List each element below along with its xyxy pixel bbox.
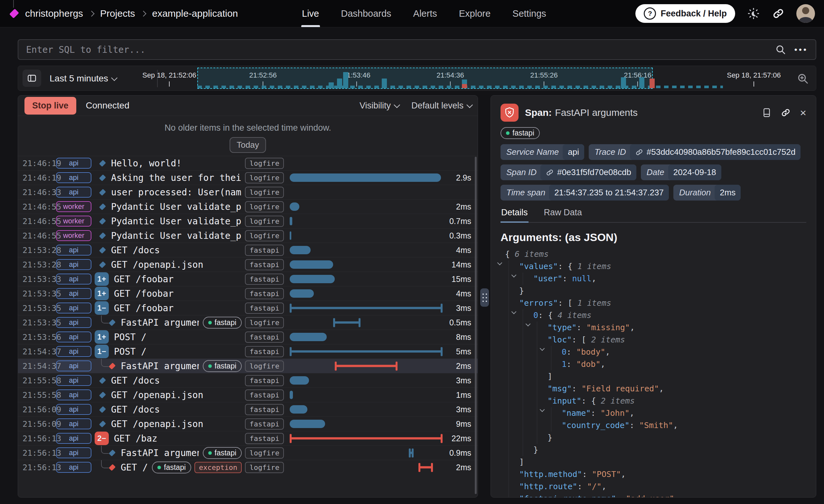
fastapi-tag-pill[interactable]: fastapi	[203, 317, 242, 329]
expand-collapse-chip[interactable]: 1+	[95, 272, 109, 286]
fastapi-tag-pill[interactable]: fastapi	[152, 462, 191, 474]
tag-fastapi[interactable]: fastapi	[245, 346, 284, 357]
trace-row[interactable]: 21:55:58apiGET /docsfastapi3ms	[18, 373, 478, 388]
expand-collapse-chip[interactable]: 1−	[95, 345, 109, 358]
tag-fastapi[interactable]: fastapi	[245, 389, 284, 401]
trace-row[interactable]: 21:53:56api1+POST /fastapi8ms	[18, 329, 478, 344]
tag-logfire[interactable]: logfire	[245, 462, 284, 473]
search-icon[interactable]	[775, 44, 786, 55]
tag-fastapi[interactable]: fastapi	[245, 375, 284, 386]
tag-logfire[interactable]: logfire	[245, 187, 284, 198]
tag-logfire[interactable]: logfire	[245, 230, 284, 241]
expand-collapse-chip[interactable]: 1+	[95, 330, 109, 344]
meta-chip-date[interactable]: Date2024-09-18	[641, 165, 721, 180]
tab-explore[interactable]: Explore	[459, 0, 491, 27]
trace-row[interactable]: 21:56:13api2−GET /bazfastapi22ms	[18, 431, 478, 445]
tag-fastapi[interactable]: fastapi	[245, 433, 284, 444]
trace-row[interactable]: 21:53:28apiGET /docsfastapi4ms	[18, 243, 478, 257]
trace-list-scrollbar[interactable]	[475, 157, 477, 494]
tag-fastapi[interactable]: fastapi	[245, 303, 284, 314]
tab-dashboards[interactable]: Dashboards	[341, 0, 391, 27]
trace-row[interactable]: 21:53:35apiFastAPI argumentsfastapilogfi…	[18, 315, 478, 329]
meta-chip-duration[interactable]: Duration2ms	[674, 185, 741, 201]
service-badge-api[interactable]: api	[56, 259, 91, 270]
tag-fastapi[interactable]: fastapi	[245, 404, 284, 415]
service-badge-api[interactable]: api	[56, 158, 91, 169]
service-badge-worker[interactable]: worker	[56, 230, 91, 241]
trace-row[interactable]: 21:46:55workerPydantic User validate_pyt…	[18, 199, 478, 214]
service-badge-worker[interactable]: worker	[56, 201, 91, 212]
tab-alerts[interactable]: Alerts	[413, 0, 437, 27]
meta-chip-time-span[interactable]: Time span21:54:37.235 to 21:54:37.237	[501, 185, 669, 201]
fastapi-tag-pill[interactable]: fastapi	[203, 447, 242, 459]
link-icon[interactable]	[545, 168, 554, 177]
default-levels-dropdown[interactable]: Default levels	[411, 101, 471, 111]
meta-chip-service-name[interactable]: Service Nameapi	[501, 144, 584, 160]
meta-chip-trace-id[interactable]: Trace ID#53ddc40980a86b57bfe89c1cc01c752…	[589, 144, 801, 160]
breadcrumb-project[interactable]: example-application	[152, 8, 238, 19]
tag-fastapi[interactable]: fastapi	[245, 244, 284, 256]
trace-row[interactable]: 21:53:28apiGET /openapi.jsonfastapi14ms	[18, 257, 478, 272]
meta-chip-span-id[interactable]: Span ID#0e31f5fd70e08cdb	[501, 165, 636, 180]
tag-exception[interactable]: exception	[194, 462, 242, 473]
theme-toggle-icon[interactable]	[747, 7, 760, 20]
tag-fastapi[interactable]: fastapi	[245, 418, 284, 430]
trace-row[interactable]: 21:56:13apiFastAPI argumentsfastapilogfi…	[18, 445, 478, 460]
share-link-icon[interactable]	[772, 7, 785, 20]
more-options-icon[interactable]: •••	[794, 45, 808, 55]
service-badge-api[interactable]: api	[56, 187, 91, 198]
trace-row[interactable]: 21:53:33api1+GET /foobarfastapi15ms	[18, 272, 478, 286]
service-badge-api[interactable]: api	[56, 389, 91, 400]
breadcrumb-org[interactable]: christophergs	[25, 8, 83, 19]
close-icon[interactable]: ×	[800, 107, 806, 118]
breadcrumb-projects[interactable]: Projects	[100, 8, 135, 19]
trace-row[interactable]: 21:56:09apiGET /docsfastapi3ms	[18, 402, 478, 416]
tab-live[interactable]: Live	[302, 0, 319, 27]
tag-logfire[interactable]: logfire	[245, 361, 284, 372]
trace-row[interactable]: 21:46:19apiHello, world!logfire	[18, 156, 478, 170]
today-button[interactable]: Today	[229, 137, 266, 153]
feedback-help-button[interactable]: ? Feedback / Help	[635, 4, 735, 23]
copy-link-icon[interactable]	[781, 107, 791, 118]
service-badge-worker[interactable]: worker	[56, 216, 91, 226]
panel-resize-handle[interactable]	[480, 288, 489, 307]
tag-logfire[interactable]: logfire	[245, 158, 284, 169]
service-badge-api[interactable]: api	[56, 303, 91, 313]
tag-logfire[interactable]: logfire	[245, 201, 284, 212]
service-badge-api[interactable]: api	[56, 172, 91, 183]
trace-row[interactable]: 21:46:55workerPydantic User validate_pyt…	[18, 228, 478, 243]
logfire-logo-icon[interactable]	[9, 9, 19, 18]
tag-logfire[interactable]: logfire	[245, 447, 284, 459]
service-badge-api[interactable]: api	[56, 375, 91, 386]
trace-row[interactable]: 21:54:37apiFastAPI argumentsfastapilogfi…	[18, 359, 478, 373]
service-badge-api[interactable]: api	[56, 404, 91, 415]
sql-filter-input[interactable]	[18, 44, 775, 55]
service-badge-api[interactable]: api	[56, 244, 91, 256]
service-badge-api[interactable]: api	[56, 462, 91, 473]
expand-collapse-chip[interactable]: 1−	[95, 301, 109, 315]
service-badge-api[interactable]: api	[56, 317, 91, 328]
zoom-in-icon[interactable]	[797, 73, 809, 85]
fastapi-tag-pill[interactable]: fastapi	[501, 127, 540, 139]
user-avatar[interactable]	[796, 4, 815, 23]
expand-collapse-chip[interactable]: 2−	[95, 431, 109, 445]
stop-live-button[interactable]: Stop live	[24, 97, 76, 115]
trace-row[interactable]: 21:46:19apiAsking the user for their bir…	[18, 170, 478, 185]
service-badge-api[interactable]: api	[56, 418, 91, 429]
trace-row[interactable]: 21:53:35api1−GET /foobarfastapi3ms	[18, 301, 478, 315]
tag-fastapi[interactable]: fastapi	[245, 288, 284, 299]
tag-fastapi[interactable]: fastapi	[245, 274, 284, 285]
service-badge-api[interactable]: api	[56, 447, 91, 458]
service-badge-api[interactable]: api	[56, 433, 91, 444]
service-badge-api[interactable]: api	[56, 274, 91, 285]
trace-row[interactable]: 21:56:09apiGET /openapi.jsonfastapi9ms	[18, 416, 478, 431]
visibility-dropdown[interactable]: Visibility	[359, 101, 399, 111]
split-view-icon[interactable]	[762, 107, 771, 118]
expand-collapse-chip[interactable]: 1+	[95, 287, 109, 300]
tag-fastapi[interactable]: fastapi	[245, 331, 284, 343]
service-badge-api[interactable]: api	[56, 361, 91, 372]
trace-row[interactable]: 21:46:33apiuser processed: User(name='An…	[18, 185, 478, 199]
fastapi-tag-pill[interactable]: fastapi	[203, 360, 242, 372]
tag-logfire[interactable]: logfire	[245, 317, 284, 328]
trace-row[interactable]: 21:55:58apiGET /openapi.jsonfastapi1ms	[18, 388, 478, 402]
